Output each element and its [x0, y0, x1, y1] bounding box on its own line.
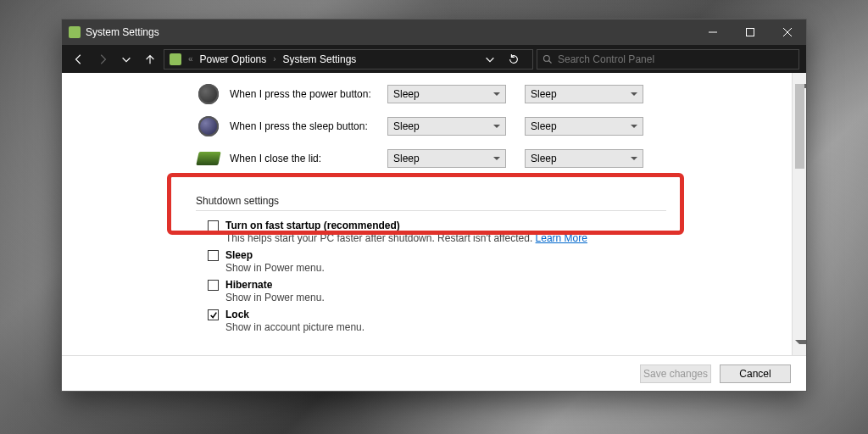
lid-icon — [196, 152, 221, 165]
sleep-button-plugged-select[interactable]: Sleep — [525, 117, 643, 136]
up-button[interactable] — [140, 49, 160, 70]
power-button-battery-select[interactable]: Sleep — [387, 85, 506, 103]
sleep-button-row: When I press the sleep button: Sleep Sle… — [196, 110, 792, 142]
sleep-option-sub: Show in Power menu. — [225, 262, 325, 274]
lock-checkbox[interactable] — [208, 309, 219, 320]
chevron-right-icon: › — [271, 54, 277, 64]
back-button[interactable] — [69, 49, 89, 70]
fast-startup-title: Turn on fast startup (recommended) — [225, 220, 400, 231]
navbar: « Power Options › System Settings — [62, 45, 806, 73]
fast-startup-option: Turn on fast startup (recommended) This … — [208, 220, 792, 244]
chevron-down-icon — [631, 157, 637, 164]
main-panel: When I press the power button: Sleep Sle… — [62, 73, 792, 355]
chevron-down-icon — [493, 157, 500, 164]
hibernate-option-sub: Show in Power menu. — [225, 292, 325, 303]
fast-startup-sub: This helps start your PC faster after sh… — [225, 232, 532, 244]
close-lid-label: When I close the lid: — [230, 153, 379, 164]
sleep-checkbox[interactable] — [208, 250, 219, 261]
power-button-plugged-select[interactable]: Sleep — [525, 85, 643, 103]
sleep-button-icon — [196, 116, 221, 136]
search-icon — [542, 54, 553, 64]
breadcrumb-dropdown[interactable] — [480, 49, 500, 70]
cancel-button[interactable]: Cancel — [720, 364, 791, 383]
svg-point-1 — [544, 55, 550, 61]
divider — [196, 210, 666, 211]
sleep-option: Sleep Show in Power menu. — [208, 249, 792, 274]
breadcrumb-icon — [170, 53, 181, 65]
sleep-button-battery-select[interactable]: Sleep — [387, 117, 506, 136]
content-area: When I press the power button: Sleep Sle… — [62, 73, 806, 355]
hibernate-option: Hibernate Show in Power menu. — [208, 279, 792, 303]
refresh-button[interactable] — [504, 49, 524, 70]
fast-startup-checkbox[interactable] — [208, 220, 219, 231]
close-button[interactable] — [769, 19, 806, 45]
learn-more-link[interactable]: Learn More — [536, 232, 587, 244]
search-input[interactable] — [558, 53, 793, 65]
shutdown-settings-heading: Shutdown settings — [196, 195, 792, 207]
recent-locations-button[interactable] — [116, 49, 136, 70]
minimize-button[interactable] — [694, 19, 732, 45]
maximize-button[interactable] — [732, 19, 769, 45]
breadcrumb-current[interactable]: System Settings — [283, 53, 357, 65]
forward-button[interactable] — [92, 49, 113, 70]
power-button-icon — [196, 84, 221, 104]
lock-option-title: Lock — [225, 309, 249, 320]
hibernate-checkbox[interactable] — [208, 280, 219, 291]
search-box[interactable] — [537, 49, 799, 70]
close-lid-row: When I close the lid: Sleep Sleep — [196, 142, 792, 175]
breadcrumb[interactable]: « Power Options › System Settings — [164, 49, 533, 70]
svg-rect-0 — [747, 29, 754, 36]
sleep-option-title: Sleep — [225, 249, 253, 261]
titlebar: System Settings — [62, 19, 806, 45]
chevron-down-icon — [631, 125, 637, 131]
chevron-down-icon — [493, 92, 500, 99]
hibernate-option-title: Hibernate — [225, 279, 272, 291]
system-settings-window: System Settings « Power Options › System… — [61, 19, 807, 392]
lock-option: Lock Show in account picture menu. — [208, 309, 792, 333]
breadcrumb-prefix: « — [186, 54, 195, 64]
chevron-down-icon — [631, 92, 637, 99]
app-icon — [69, 26, 81, 38]
breadcrumb-parent[interactable]: Power Options — [200, 53, 267, 65]
chevron-down-icon — [493, 125, 500, 131]
lock-option-sub: Show in account picture menu. — [225, 321, 364, 333]
save-changes-button[interactable]: Save changes — [640, 364, 711, 383]
close-lid-battery-select[interactable]: Sleep — [387, 149, 506, 168]
power-button-row: When I press the power button: Sleep Sle… — [196, 78, 792, 110]
power-button-label: When I press the power button: — [230, 88, 379, 100]
sleep-button-label: When I press the sleep button: — [230, 120, 379, 132]
footer: Save changes Cancel — [62, 355, 806, 391]
window-title: System Settings — [86, 26, 689, 38]
close-lid-plugged-select[interactable]: Sleep — [525, 149, 643, 168]
vertical-scrollbar[interactable] — [792, 73, 806, 355]
scrollbar-thumb[interactable] — [795, 84, 804, 169]
